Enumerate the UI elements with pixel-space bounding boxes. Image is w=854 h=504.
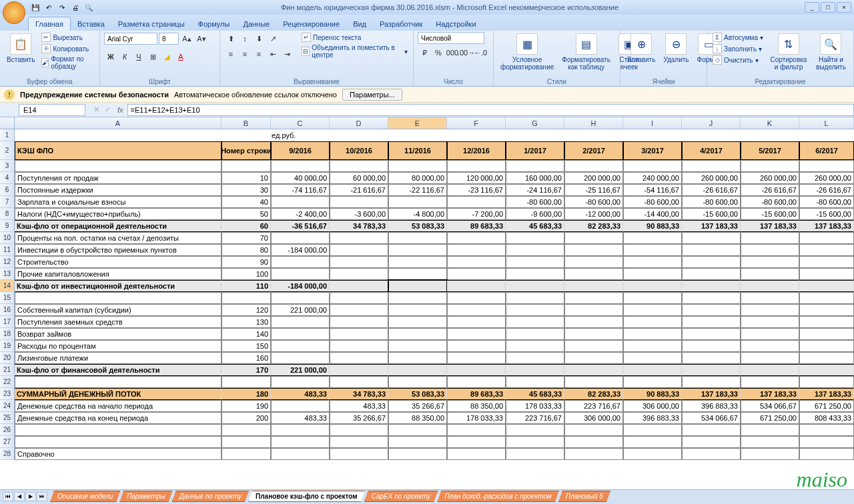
cell[interactable] bbox=[682, 340, 741, 352]
cell[interactable] bbox=[222, 376, 271, 388]
cell[interactable] bbox=[623, 268, 682, 280]
cell[interactable] bbox=[328, 129, 387, 141]
cell[interactable]: Возврат займов bbox=[15, 328, 222, 340]
minimize-button[interactable]: _ bbox=[805, 2, 819, 13]
cell[interactable]: 137 183,33 bbox=[799, 220, 854, 232]
ribbon-tab[interactable]: Вид bbox=[346, 17, 373, 31]
number-format-select[interactable] bbox=[418, 32, 484, 44]
cell[interactable]: 90 883,33 bbox=[623, 388, 682, 400]
cell[interactable] bbox=[330, 364, 388, 376]
cell[interactable] bbox=[447, 328, 506, 340]
cell[interactable]: 110 bbox=[222, 280, 271, 292]
row-header[interactable]: 3 bbox=[0, 160, 15, 172]
cell[interactable] bbox=[623, 340, 682, 352]
cell[interactable] bbox=[506, 364, 564, 376]
cell[interactable] bbox=[447, 244, 506, 256]
cell[interactable] bbox=[795, 129, 854, 141]
row-header[interactable]: 7 bbox=[0, 196, 15, 208]
row-header[interactable]: 9 bbox=[0, 220, 15, 232]
cell[interactable]: 170 bbox=[222, 364, 271, 376]
cell[interactable] bbox=[388, 340, 447, 352]
increase-decimal-icon[interactable]: .00→ bbox=[460, 46, 473, 59]
cell[interactable]: -184 000,00 bbox=[271, 244, 330, 256]
cell[interactable]: -2 400,00 bbox=[271, 208, 330, 220]
redo-icon[interactable]: ↷ bbox=[56, 1, 68, 13]
row-header[interactable]: 18 bbox=[0, 328, 15, 340]
cell[interactable]: Лизинговые платежи bbox=[15, 352, 222, 364]
cell[interactable]: 180 bbox=[222, 388, 271, 400]
cell[interactable] bbox=[623, 352, 682, 364]
format-as-table-button[interactable]: ▤Форматировать как таблицу bbox=[559, 32, 613, 72]
cell[interactable]: Прочие капиталовложения bbox=[15, 268, 222, 280]
cell[interactable]: Денежные средства на конец периода bbox=[15, 412, 222, 424]
preview-icon[interactable]: 🔍 bbox=[83, 1, 95, 13]
cell[interactable]: -26 616,67 bbox=[682, 184, 741, 196]
cell[interactable] bbox=[15, 376, 222, 388]
cell[interactable] bbox=[741, 232, 799, 244]
cell[interactable]: -80 600,00 bbox=[799, 196, 854, 208]
cell[interactable]: 200 000,00 bbox=[564, 172, 623, 184]
cell[interactable] bbox=[388, 244, 447, 256]
cell[interactable] bbox=[682, 160, 741, 172]
cell[interactable]: 671 250,00 bbox=[799, 400, 854, 412]
cell[interactable] bbox=[799, 268, 854, 280]
column-header[interactable]: E bbox=[388, 117, 447, 129]
merge-center-button[interactable]: ⊟Объединить и поместить в центре ▾ bbox=[300, 43, 409, 59]
cell[interactable]: 150 bbox=[222, 340, 271, 352]
find-select-button[interactable]: 🔍Найти и выделить bbox=[813, 32, 849, 72]
cell[interactable] bbox=[506, 256, 564, 268]
cell[interactable] bbox=[330, 328, 388, 340]
underline-button[interactable]: Ч bbox=[132, 50, 145, 63]
cell[interactable]: 671 250,00 bbox=[741, 412, 799, 424]
cell[interactable] bbox=[506, 268, 564, 280]
border-button[interactable]: ⊞ bbox=[146, 50, 159, 63]
cell[interactable] bbox=[682, 280, 741, 292]
cell[interactable] bbox=[799, 424, 854, 436]
sheet-tab[interactable]: Данные по проекту bbox=[172, 491, 249, 502]
cell[interactable] bbox=[388, 448, 447, 460]
cell[interactable] bbox=[741, 256, 799, 268]
cell[interactable]: 2/2017 bbox=[564, 141, 623, 160]
cancel-formula-icon[interactable]: ✕ bbox=[91, 105, 102, 114]
cell[interactable] bbox=[799, 244, 854, 256]
cell[interactable] bbox=[682, 436, 741, 448]
row-header[interactable]: 6 bbox=[0, 184, 15, 196]
cell[interactable] bbox=[330, 304, 388, 316]
cell[interactable] bbox=[682, 292, 741, 304]
row-header[interactable]: 16 bbox=[0, 304, 15, 316]
cell[interactable] bbox=[741, 280, 799, 292]
shrink-font-icon[interactable]: A▾ bbox=[195, 32, 208, 45]
fill-color-button[interactable]: ◢ bbox=[160, 50, 173, 63]
cell[interactable] bbox=[386, 129, 445, 141]
cell[interactable]: 100 bbox=[222, 268, 271, 280]
cell[interactable] bbox=[564, 304, 623, 316]
cell[interactable]: 260 000,00 bbox=[799, 172, 854, 184]
cell[interactable] bbox=[15, 424, 222, 436]
cell[interactable]: 89 683,33 bbox=[447, 388, 506, 400]
cell[interactable] bbox=[741, 376, 799, 388]
cell[interactable] bbox=[682, 256, 741, 268]
cell[interactable] bbox=[682, 352, 741, 364]
align-right-icon[interactable]: ≡ bbox=[252, 47, 266, 61]
cell[interactable] bbox=[447, 304, 506, 316]
cell[interactable] bbox=[447, 352, 506, 364]
cell[interactable]: Справочно bbox=[15, 448, 222, 460]
cell[interactable]: -15 600,00 bbox=[682, 208, 741, 220]
cell[interactable] bbox=[623, 436, 682, 448]
cell[interactable]: Кэш-фло от финансовой деятельности bbox=[15, 364, 222, 376]
cell[interactable]: СУММАРНЫЙ ДЕНЕЖНЫЙ ПОТОК bbox=[15, 388, 222, 400]
cell[interactable] bbox=[741, 364, 799, 376]
cell[interactable] bbox=[564, 292, 623, 304]
cell[interactable] bbox=[271, 196, 330, 208]
insert-button[interactable]: ⊕Вставить bbox=[624, 32, 658, 65]
autosum-button[interactable]: ΣАвтосумма ▾ bbox=[711, 32, 765, 43]
cell[interactable] bbox=[330, 196, 388, 208]
cell[interactable] bbox=[271, 400, 330, 412]
cell[interactable]: Расходы по процентам bbox=[15, 340, 222, 352]
wrap-text-button[interactable]: ↵Перенос текста bbox=[300, 32, 409, 43]
cell[interactable] bbox=[447, 436, 506, 448]
cell[interactable]: -26 616,67 bbox=[799, 184, 854, 196]
cell[interactable] bbox=[271, 256, 330, 268]
cell[interactable] bbox=[330, 292, 388, 304]
cell[interactable]: Инвестиции в обустройство приемных пункт… bbox=[15, 244, 222, 256]
